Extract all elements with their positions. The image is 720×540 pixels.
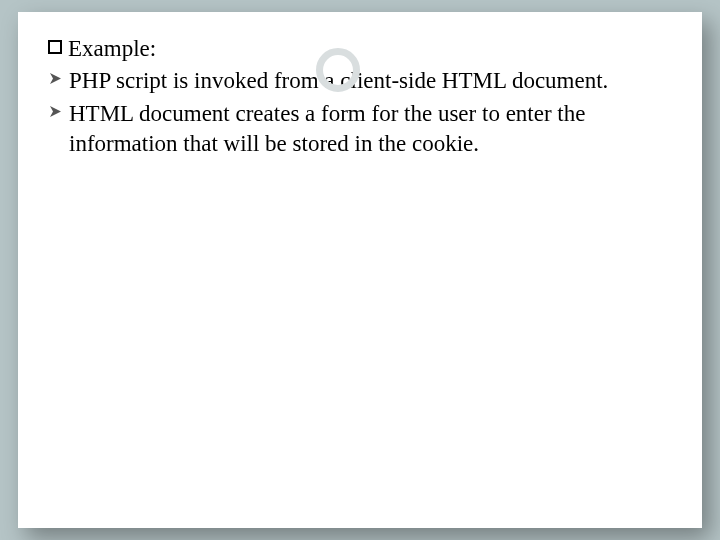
svg-marker-0 [50, 73, 61, 84]
square-bullet-icon [48, 40, 62, 54]
bullet-text-1: PHP script is invoked from a client-side… [69, 66, 672, 96]
slide-card: Example: PHP script is invoked from a cl… [18, 12, 702, 528]
bullet-item-1: PHP script is invoked from a client-side… [48, 66, 672, 96]
arrow-bullet-icon [48, 104, 63, 119]
svg-marker-1 [50, 106, 61, 117]
arrow-bullet-icon [48, 71, 63, 86]
heading-text: Example: [68, 34, 156, 64]
bullet-item-2: HTML document creates a form for the use… [48, 99, 672, 160]
bullet-text-2: HTML document creates a form for the use… [69, 99, 672, 160]
heading-row: Example: [48, 34, 672, 64]
